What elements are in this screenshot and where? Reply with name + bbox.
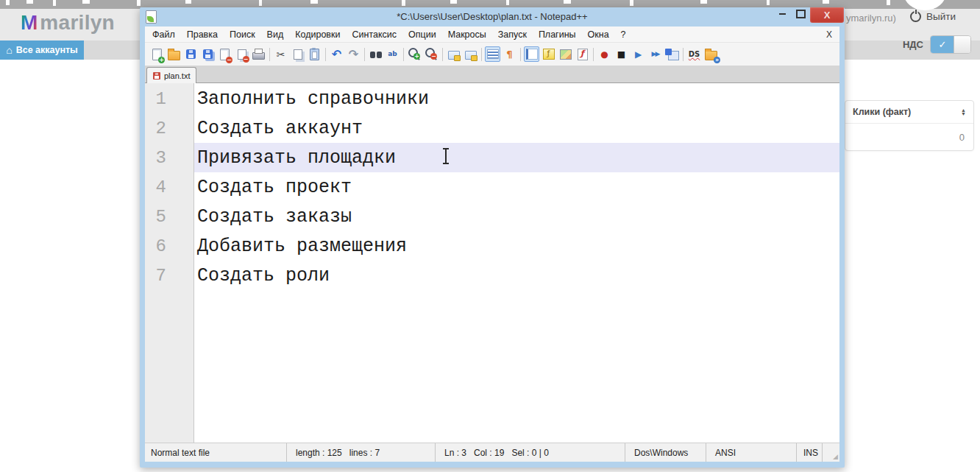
print-icon[interactable]	[251, 46, 266, 62]
toolbar: ✂↶↷ab¶ƒƒ●■▶▶▶DS	[145, 42, 839, 66]
line-number: 7	[145, 266, 193, 286]
replace-icon[interactable]: ab	[385, 46, 400, 62]
undo-icon[interactable]: ↶	[329, 46, 344, 62]
line-text: Привязать площадки	[194, 143, 839, 172]
close-button[interactable]: X	[810, 7, 844, 23]
toolbar-separator	[683, 48, 683, 61]
resize-grip[interactable]: ◢	[822, 443, 839, 462]
macro-stop-icon[interactable]: ■	[614, 46, 629, 62]
title-bar[interactable]: *C:\Users\User\Desktop\plan.txt - Notepa…	[145, 7, 839, 27]
menu-item-run[interactable]: Запуск	[492, 27, 533, 42]
status-encoding[interactable]: ANSI	[706, 443, 796, 462]
sort-icon[interactable]: ▲ ▼	[961, 108, 966, 116]
user-domain-fragment: ymarilyn.ru)	[846, 13, 896, 24]
sidebar-item-all-accounts[interactable]: ⌂ Все аккаунты	[0, 40, 84, 60]
macro-record-icon[interactable]: ●	[597, 46, 612, 62]
editor-line: 3Привязать площадки	[145, 143, 839, 172]
menu-item-window[interactable]: Окна	[582, 27, 615, 42]
editor-line: 2Создать аккаунт	[145, 113, 839, 143]
close-all-icon[interactable]	[234, 46, 249, 62]
status-length-lines: length : 125 lines : 7	[286, 443, 435, 462]
open-file-icon[interactable]	[166, 46, 182, 62]
menu-item-settings[interactable]: Опции	[402, 27, 442, 42]
notepad-window: *C:\Users\User\Desktop\plan.txt - Notepa…	[140, 7, 845, 468]
vat-toggle-knob[interactable]	[954, 36, 970, 53]
menu-item-language[interactable]: Синтаксис	[346, 27, 402, 42]
menu-bar: ФайлПравкаПоискВидКодировкиСинтаксисОпци…	[145, 27, 839, 42]
logout-button[interactable]: Выйти	[910, 11, 956, 22]
vat-toggle[interactable]: ✓	[930, 35, 971, 54]
clicks-column-header[interactable]: Клики (факт) ▲ ▼	[845, 101, 973, 123]
explorer-icon[interactable]	[703, 46, 719, 62]
toolbar-separator	[325, 48, 326, 61]
show-all-characters-icon[interactable]: ¶	[502, 46, 517, 62]
toolbar-separator	[403, 48, 404, 61]
editor-line: 4Создать проект	[145, 172, 839, 202]
redo-icon[interactable]: ↷	[346, 46, 361, 62]
document-map-icon[interactable]	[558, 46, 573, 62]
dspellcheck-icon[interactable]: DS	[686, 46, 702, 62]
unsaved-file-icon	[153, 72, 160, 80]
vat-toggle-check-icon: ✓	[931, 36, 954, 53]
toolbar-separator	[481, 48, 482, 61]
marilyn-logo: Mmarilyn	[21, 12, 115, 34]
zoom-in-icon[interactable]	[407, 46, 422, 62]
editor-line: 7Создать роли	[145, 261, 839, 290]
menu-item-plugins[interactable]: Плагины	[533, 27, 582, 42]
clicks-value-row: 0	[845, 123, 973, 150]
zoom-out-icon[interactable]	[424, 46, 439, 62]
word-wrap-icon[interactable]	[485, 46, 500, 62]
copy-icon[interactable]	[290, 46, 305, 62]
menu-item-file[interactable]: Файл	[146, 27, 181, 42]
status-eol-format[interactable]: Dos\Windows	[625, 443, 706, 462]
status-doc-type: Normal text file	[145, 443, 286, 462]
line-text: Заполнить справочники	[194, 84, 839, 113]
toolbar-separator	[593, 48, 594, 61]
menu-item-encoding[interactable]: Кодировки	[289, 27, 346, 42]
menu-close-x[interactable]: X	[819, 29, 839, 40]
maximize-button[interactable]	[792, 7, 810, 21]
close-file-icon[interactable]	[217, 46, 232, 62]
line-text: Создать заказы	[194, 202, 839, 231]
menu-item-edit[interactable]: Правка	[181, 27, 224, 42]
minimize-button[interactable]	[773, 7, 792, 21]
line-number: 6	[145, 236, 193, 256]
line-text: Создать роли	[194, 261, 839, 290]
macro-save-icon[interactable]	[664, 46, 680, 62]
new-file-icon[interactable]	[149, 46, 165, 62]
tab-plan-txt[interactable]: plan.txt	[146, 67, 196, 83]
macro-run-multiple-icon[interactable]: ▶▶	[647, 46, 663, 62]
toolbar-separator	[364, 48, 365, 61]
line-text: Создать аккаунт	[194, 113, 839, 143]
status-insert-mode[interactable]: INS	[796, 443, 822, 462]
line-text: Создать проект	[194, 172, 839, 202]
save-file-icon[interactable]	[183, 46, 199, 62]
clicks-header-label: Клики (факт)	[853, 107, 911, 117]
function-completion-icon[interactable]: ƒ	[541, 46, 556, 62]
editor-line: 6Добавить размещения	[145, 231, 839, 261]
all-accounts-label: Все аккаунты	[16, 45, 78, 55]
menu-item-help[interactable]: ?	[615, 27, 632, 42]
sync-horizontal-scroll-icon[interactable]	[463, 46, 478, 62]
home-icon: ⌂	[6, 46, 12, 54]
save-all-icon[interactable]	[200, 46, 216, 62]
window-title: *C:\Users\User\Desktop\plan.txt - Notepa…	[145, 11, 839, 22]
editor-area[interactable]: 1Заполнить справочники2Создать аккаунт3П…	[145, 83, 839, 443]
menu-item-macro[interactable]: Макросы	[442, 27, 492, 42]
editor-lines: 1Заполнить справочники2Создать аккаунт3П…	[145, 84, 839, 290]
toolbar-separator	[520, 48, 521, 61]
menu-item-search[interactable]: Поиск	[224, 27, 261, 42]
find-icon[interactable]	[368, 46, 383, 62]
toolbar-separator	[269, 48, 270, 61]
show-indent-guide-icon[interactable]	[524, 46, 539, 62]
function-list-icon[interactable]: ƒ	[575, 46, 590, 62]
marilyn-logo-text: marilyn	[40, 11, 115, 34]
cut-icon[interactable]: ✂	[273, 46, 288, 62]
sync-vertical-scroll-icon[interactable]	[446, 46, 461, 62]
macro-play-icon[interactable]: ▶	[631, 46, 646, 62]
toolbar-separator	[442, 48, 443, 61]
line-number: 3	[145, 148, 193, 168]
menu-item-view[interactable]: Вид	[261, 27, 290, 42]
sort-down-icon: ▼	[961, 112, 966, 116]
paste-icon[interactable]	[307, 46, 322, 62]
